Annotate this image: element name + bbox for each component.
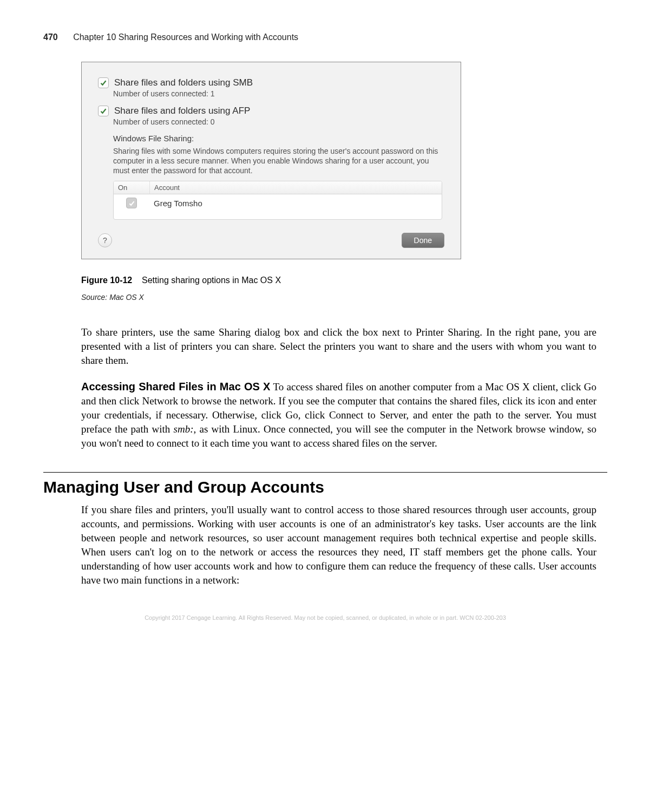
figure-source: Source: Mac OS X bbox=[81, 293, 607, 302]
smb-connected-count: Number of users connected: 1 bbox=[113, 89, 444, 98]
account-name: Greg Tomsho bbox=[149, 199, 442, 208]
windows-file-sharing-heading: Windows File Sharing: bbox=[113, 134, 444, 143]
running-header: 470 Chapter 10 Sharing Resources and Wor… bbox=[43, 32, 607, 42]
afp-connected-count: Number of users connected: 0 bbox=[113, 117, 444, 126]
page-number: 470 bbox=[43, 32, 58, 42]
copyright-notice: Copyright 2017 Cengage Learning. All Rig… bbox=[43, 614, 607, 621]
afp-option-row[interactable]: Share files and folders using AFP bbox=[98, 106, 444, 116]
section-rule bbox=[43, 472, 607, 473]
column-header-on: On bbox=[114, 181, 150, 194]
checkbox-checked-icon[interactable] bbox=[126, 198, 137, 208]
macos-sharing-dialog: Share files and folders using SMB Number… bbox=[81, 62, 461, 259]
table-row[interactable]: Greg Tomsho bbox=[114, 194, 442, 219]
checkbox-checked-icon[interactable] bbox=[98, 77, 109, 88]
accounts-table-header: On Account bbox=[114, 181, 442, 194]
section-heading: Managing User and Group Accounts bbox=[43, 478, 607, 496]
column-header-account: Account bbox=[150, 181, 442, 194]
italic-term: smb: bbox=[174, 423, 194, 435]
afp-label: Share files and folders using AFP bbox=[114, 106, 250, 116]
help-button[interactable]: ? bbox=[98, 233, 112, 247]
accounts-table: On Account Greg Tomsho bbox=[113, 181, 442, 220]
figure-label: Figure 10-12 bbox=[81, 276, 132, 285]
body-paragraph-2: Accessing Shared Files in Mac OS X To ac… bbox=[81, 379, 596, 450]
chapter-title: Chapter 10 Sharing Resources and Working… bbox=[73, 32, 298, 42]
figure-caption-text: Setting sharing options in Mac OS X bbox=[142, 276, 281, 285]
done-button[interactable]: Done bbox=[402, 233, 444, 248]
smb-label: Share files and folders using SMB bbox=[114, 77, 253, 88]
run-in-heading: Accessing Shared Files in Mac OS X bbox=[81, 381, 270, 392]
smb-option-row[interactable]: Share files and folders using SMB bbox=[98, 77, 444, 88]
windows-file-sharing-description: Sharing files with some Windows computer… bbox=[113, 146, 444, 175]
checkbox-checked-icon[interactable] bbox=[98, 106, 109, 116]
figure-caption: Figure 10-12 Setting sharing options in … bbox=[81, 276, 607, 285]
section-body: If you share files and printers, you'll … bbox=[81, 503, 596, 587]
dialog-footer: ? Done bbox=[98, 233, 444, 248]
body-paragraph-1: To share printers, use the same Sharing … bbox=[81, 325, 596, 368]
